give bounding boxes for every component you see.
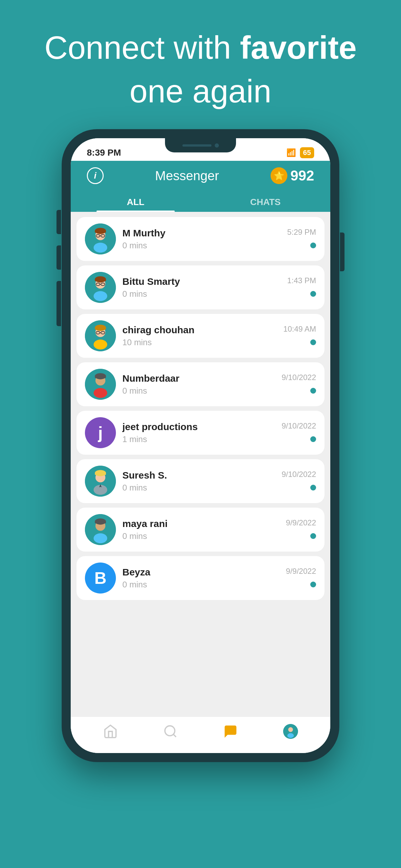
chat-time: 9/10/2022 (281, 470, 316, 481)
svg-point-7 (94, 243, 107, 253)
chat-item[interactable]: Suresh S. 9/10/2022 0 mins (76, 459, 325, 503)
avatar (85, 320, 116, 351)
nav-search[interactable] (163, 724, 178, 739)
tabs-bar: ALL CHATS (71, 190, 330, 212)
nav-chat[interactable] (223, 724, 238, 739)
chat-item[interactable]: M Murthy 5:29 PM 0 mins (76, 217, 325, 261)
avatar: j (85, 417, 116, 448)
chat-icon (223, 724, 238, 739)
chat-preview: 1 mins (122, 434, 147, 444)
chat-item[interactable]: B Beyza 9/9/2022 0 mins (76, 556, 325, 600)
chat-time: 1:43 PM (287, 276, 316, 287)
chat-name: M Murthy (122, 228, 165, 239)
chat-name: maya rani (122, 518, 167, 529)
chat-time: 9/9/2022 (286, 567, 316, 578)
chat-time: 5:29 PM (287, 228, 316, 239)
chat-preview: 0 mins (122, 531, 147, 541)
chat-item[interactable]: maya rani 9/9/2022 0 mins (76, 507, 325, 552)
svg-point-44 (287, 733, 294, 738)
chat-name: Numberdaar (122, 373, 180, 384)
chat-item[interactable]: Numberdaar 9/10/2022 0 mins (76, 362, 325, 406)
nav-profile[interactable] (283, 724, 298, 739)
avatar (85, 272, 116, 303)
svg-point-39 (94, 533, 107, 544)
chat-info: Numberdaar 9/10/2022 0 mins (122, 373, 316, 396)
status-time: 8:39 PM (87, 148, 121, 158)
svg-point-43 (288, 727, 293, 732)
svg-point-28 (94, 388, 107, 398)
svg-point-23 (94, 340, 107, 350)
avatar: B (85, 562, 116, 593)
svg-point-15 (94, 291, 107, 301)
hero-bold: favorite (240, 29, 357, 66)
search-icon (163, 724, 178, 739)
chat-item[interactable]: j jeet productions 9/10/2022 1 mins (76, 411, 325, 455)
avatar (85, 369, 116, 400)
wifi-icon: 📶 (286, 148, 296, 157)
chat-preview: 0 mins (122, 483, 147, 493)
tab-chats[interactable]: CHATS (201, 190, 330, 212)
status-bar: 8:39 PM 📶 65 (71, 138, 330, 161)
phone-screen: 8:39 PM 📶 65 i Messenger ⭐ 992 (71, 138, 330, 753)
chat-name: Suresh S. (122, 470, 167, 481)
svg-point-40 (165, 726, 175, 736)
chat-name: jeet productions (122, 422, 197, 432)
chat-info: Beyza 9/9/2022 0 mins (122, 567, 316, 590)
online-dot (310, 533, 316, 539)
info-button[interactable]: i (87, 167, 104, 184)
chat-item[interactable]: Bittu Smarty 1:43 PM 0 mins (76, 266, 325, 309)
hero-section: Connect with favorite one again (0, 0, 401, 129)
chat-preview: 0 mins (122, 241, 147, 251)
battery-level: 65 (303, 149, 311, 157)
hero-line1: Connect with (44, 29, 240, 66)
notch (165, 138, 236, 152)
chat-item[interactable]: chirag chouhan 10:49 AM 10 mins (76, 314, 325, 358)
online-dot (310, 485, 316, 491)
star-badge: ⭐ (271, 167, 287, 184)
battery-badge: 65 (300, 147, 314, 158)
svg-rect-11 (95, 279, 106, 281)
chat-preview: 0 mins (122, 289, 147, 299)
online-dot (310, 291, 316, 297)
points-count: 992 (290, 167, 314, 184)
chat-name: chirag chouhan (122, 324, 194, 336)
svg-rect-3 (95, 231, 106, 233)
chat-info: Bittu Smarty 1:43 PM 0 mins (122, 276, 316, 299)
svg-rect-32 (95, 473, 106, 475)
svg-rect-38 (95, 522, 106, 523)
chat-info: chirag chouhan 10:49 AM 10 mins (122, 324, 316, 347)
status-icons: 📶 65 (286, 147, 314, 158)
chat-info: maya rani 9/9/2022 0 mins (122, 518, 316, 541)
chat-time: 10:49 AM (283, 324, 316, 336)
chat-name: Bittu Smarty (122, 276, 180, 287)
points-display[interactable]: ⭐ 992 (271, 167, 314, 184)
chat-info: M Murthy 5:29 PM 0 mins (122, 228, 316, 251)
online-dot (310, 436, 316, 442)
chat-preview: 0 mins (122, 580, 147, 590)
tab-all[interactable]: ALL (71, 190, 201, 212)
chat-time: 9/10/2022 (281, 422, 316, 432)
phone-shell: 8:39 PM 📶 65 i Messenger ⭐ 992 (62, 129, 339, 762)
online-dot (310, 243, 316, 248)
svg-rect-19 (95, 328, 106, 330)
chat-time: 9/9/2022 (286, 518, 316, 529)
svg-line-41 (174, 734, 176, 737)
chat-preview: 10 mins (122, 337, 152, 347)
avatar (85, 466, 116, 497)
app-header: i Messenger ⭐ 992 (71, 161, 330, 190)
chat-name: Beyza (122, 567, 150, 578)
chat-preview: 0 mins (122, 386, 147, 396)
avatar (85, 223, 116, 254)
hero-line2: one again (129, 73, 271, 109)
chat-time: 9/10/2022 (281, 373, 316, 384)
nav-home[interactable] (103, 724, 118, 739)
online-dot (310, 582, 316, 587)
chat-info: Suresh S. 9/10/2022 0 mins (122, 470, 316, 493)
chat-info: jeet productions 9/10/2022 1 mins (122, 422, 316, 444)
svg-rect-27 (95, 376, 106, 378)
online-dot (310, 388, 316, 394)
avatar (85, 514, 116, 545)
chat-list: M Murthy 5:29 PM 0 mins (71, 212, 330, 717)
home-icon (103, 724, 118, 739)
online-dot (310, 339, 316, 345)
